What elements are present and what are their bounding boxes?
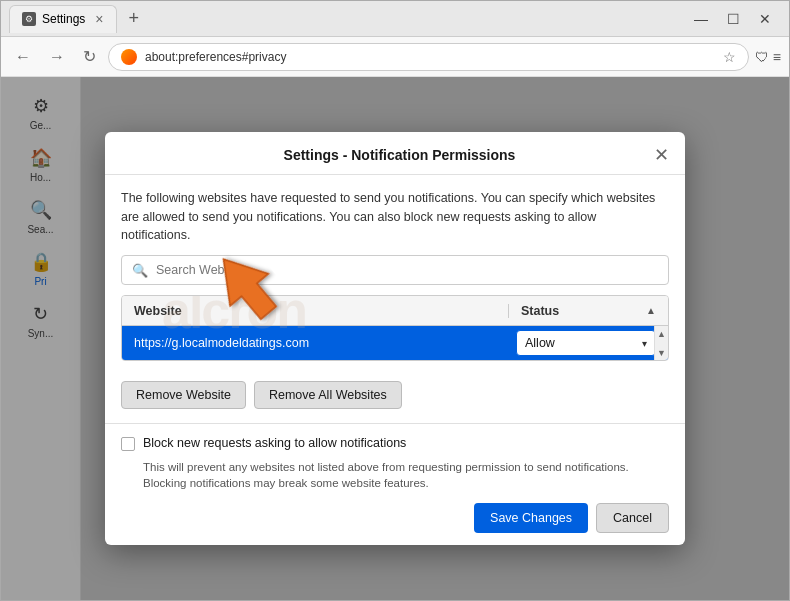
modal-title: Settings - Notification Permissions <box>145 147 654 163</box>
window-controls: — ☐ ✕ <box>685 5 781 33</box>
search-website-input[interactable] <box>156 263 658 277</box>
settings-tab[interactable]: ⚙ Settings × <box>9 5 117 33</box>
status-column-header: Status ▲ <box>508 304 668 318</box>
bookmark-icon[interactable]: ☆ <box>723 49 736 65</box>
remove-website-button[interactable]: Remove Website <box>121 381 246 409</box>
status-cell: Allow ▾ <box>508 330 668 356</box>
modal-header: Settings - Notification Permissions ✕ <box>105 132 685 175</box>
modal-body: The following websites have requested to… <box>105 175 685 423</box>
table-scroll-area: alcron https://g.localmodeldatings.com A… <box>122 326 668 360</box>
dropdown-arrow-icon: ▾ <box>642 338 647 349</box>
modal-description: The following websites have requested to… <box>121 189 669 245</box>
status-dropdown-button[interactable]: Allow ▾ <box>516 330 656 356</box>
tab-label: Settings <box>42 12 85 26</box>
cancel-button[interactable]: Cancel <box>596 503 669 533</box>
search-magnifier-icon: 🔍 <box>132 263 148 278</box>
block-notifications-description: This will prevent any websites not liste… <box>143 459 669 491</box>
firefox-logo-icon <box>121 49 137 65</box>
scroll-up-button[interactable]: ▲ <box>655 326 669 341</box>
nav-icons: 🛡 ≡ <box>755 49 781 65</box>
new-tab-button[interactable]: + <box>121 5 148 33</box>
nav-bar: ← → ↻ about:preferences#privacy ☆ 🛡 ≡ <box>1 37 789 77</box>
notification-permissions-modal: Settings - Notification Permissions ✕ Th… <box>105 132 685 545</box>
modal-footer: Block new requests asking to allow notif… <box>105 423 685 545</box>
shield-icon-button[interactable]: 🛡 <box>755 49 769 65</box>
save-changes-button[interactable]: Save Changes <box>474 503 588 533</box>
address-bar[interactable]: about:preferences#privacy ☆ <box>108 43 749 71</box>
titlebar-buttons: — ☐ ✕ <box>685 5 781 33</box>
table-row[interactable]: https://g.localmodeldatings.com Allow ▾ <box>122 326 668 360</box>
minimize-button[interactable]: — <box>685 5 717 33</box>
tab-close-button[interactable]: × <box>95 11 103 27</box>
browser-window: ⚙ Settings × + — ☐ ✕ ← → ↻ about:prefere… <box>0 0 790 601</box>
menu-button[interactable]: ≡ <box>773 49 781 65</box>
block-notifications-row: Block new requests asking to allow notif… <box>121 436 669 451</box>
browser-content: ⚙ Ge... 🏠 Ho... 🔍 Sea... 🔒 Pri ↻ Syn... <box>1 77 789 600</box>
permissions-table: Website Status ▲ alcron https://g.l <box>121 295 669 361</box>
refresh-button[interactable]: ↻ <box>77 43 102 70</box>
dropdown-current-value: Allow <box>525 336 555 350</box>
scroll-down-button[interactable]: ▼ <box>655 345 669 360</box>
website-cell: https://g.localmodeldatings.com <box>122 336 508 350</box>
settings-tab-icon: ⚙ <box>22 12 36 26</box>
close-button[interactable]: ✕ <box>749 5 781 33</box>
modal-close-button[interactable]: ✕ <box>654 146 669 164</box>
search-box: 🔍 <box>121 255 669 285</box>
block-notifications-checkbox[interactable] <box>121 437 135 451</box>
title-bar: ⚙ Settings × + — ☐ ✕ <box>1 1 789 37</box>
website-column-header: Website <box>122 304 508 318</box>
scrollbar: ▲ ▼ <box>654 326 668 360</box>
maximize-button[interactable]: ☐ <box>717 5 749 33</box>
remove-buttons-row: Remove Website Remove All Websites <box>121 381 669 409</box>
back-button[interactable]: ← <box>9 44 37 70</box>
table-header: Website Status ▲ <box>122 296 668 326</box>
footer-actions: Save Changes Cancel <box>121 503 669 533</box>
forward-button[interactable]: → <box>43 44 71 70</box>
block-notifications-label: Block new requests asking to allow notif… <box>143 436 406 450</box>
remove-all-websites-button[interactable]: Remove All Websites <box>254 381 402 409</box>
address-text: about:preferences#privacy <box>145 50 715 64</box>
modal-overlay: Settings - Notification Permissions ✕ Th… <box>1 77 789 600</box>
